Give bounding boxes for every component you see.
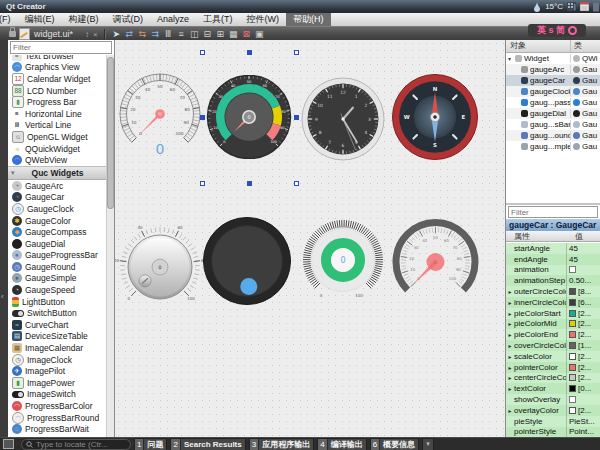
break-layout-icon[interactable]: ⊠ xyxy=(240,28,253,41)
inspector-row-gaugedial[interactable]: gaugeDialGau xyxy=(506,108,600,119)
sidebar-item-imagecalendar[interactable]: ▦ImageCalendar xyxy=(8,342,107,354)
object-column-header[interactable]: 对象 xyxy=(506,40,571,52)
property-value-cell[interactable]: [8... xyxy=(566,286,600,297)
property-row-pointercolor[interactable]: ▸pointerColor[2... xyxy=(506,362,600,373)
clipped-tray-icon[interactable] xyxy=(593,2,599,12)
property-value-cell[interactable]: [0... xyxy=(566,383,600,394)
sidebar-item-calendar-widget[interactable]: 12Calendar Widget xyxy=(8,73,107,85)
gauge-simple-widget[interactable]: 01020304050607080901000 xyxy=(390,217,482,307)
edit-widgets-icon[interactable]: ➤ xyxy=(110,28,123,41)
sidebar-item-switchbutton[interactable]: SwitchButton xyxy=(8,307,107,319)
property-value-cell[interactable] xyxy=(566,394,600,405)
temperature-indicator[interactable]: 15°C xyxy=(545,0,563,13)
property-expander-icon[interactable]: ▸ xyxy=(506,288,514,295)
property-row-piestyle[interactable]: pieStylePieSt... xyxy=(506,416,600,427)
gauge-progressbar-widget[interactable]: 00100 xyxy=(299,217,387,305)
selection-handle[interactable] xyxy=(200,115,205,120)
inspector-row-gaug-mple[interactable]: gaug...mpleGau xyxy=(506,141,600,152)
sidebar-item-progress-bar[interactable]: ▮Progress Bar xyxy=(8,96,107,108)
ink-drop-icon[interactable] xyxy=(533,2,541,12)
sidebar-item-qwebview[interactable]: ◠QWebView xyxy=(8,154,107,166)
checkbox[interactable] xyxy=(569,396,576,403)
property-value-cell[interactable]: [2... xyxy=(566,308,600,319)
property-row-piecolorstart[interactable]: ▸pieColorStart[2... xyxy=(506,308,600,319)
sidebar-item-gaugecompass[interactable]: ◆GaugeCompass xyxy=(8,226,107,238)
property-row-piecolormid[interactable]: ▸pieColorMid[2... xyxy=(506,319,600,330)
checkbox[interactable] xyxy=(569,266,576,273)
property-row-covercirclecolor[interactable]: ▸coverCircleColor[1... xyxy=(506,340,600,351)
sidebar-item-progressbarcolor[interactable]: ◠ProgressBarColor xyxy=(8,400,107,412)
sidebar-scrollbar[interactable] xyxy=(106,55,114,437)
scrollbar-thumb[interactable] xyxy=(107,57,114,209)
property-filter-input[interactable] xyxy=(508,206,598,218)
sidebar-item-imageclock[interactable]: ◷ImageClock xyxy=(8,354,107,366)
property-row-overlaycolor[interactable]: ▸overlayColor[2... xyxy=(506,405,600,416)
sidebar-item-opengl-widget[interactable]: ⧅OpenGL Widget xyxy=(8,131,107,143)
sidebar-item-qquickwidget[interactable]: ◃QQuickWidget xyxy=(8,143,107,155)
property-row-outercirclecolor[interactable]: ▸outerCircleColor[8... xyxy=(506,286,600,297)
property-expander-icon[interactable]: ▸ xyxy=(506,320,514,327)
property-expander-icon[interactable]: ▸ xyxy=(506,310,514,317)
property-expander-icon[interactable]: ▸ xyxy=(506,299,514,306)
sidebar-item-vertical-line[interactable]: ⅢVertical Line xyxy=(8,120,107,132)
output-pane-popup-button[interactable]: ▾ xyxy=(422,438,434,450)
sidebar-item-gaugespeed[interactable]: ◔GaugeSpeed xyxy=(8,284,107,296)
property-value-cell[interactable]: 0.50... xyxy=(566,275,600,286)
property-value-cell[interactable]: 45 xyxy=(566,254,600,265)
grid-layout-icon[interactable]: ▦ xyxy=(227,28,240,41)
property-value-cell[interactable]: 45 xyxy=(566,243,600,254)
form-layout-icon[interactable]: ⊞ xyxy=(214,28,227,41)
input-method-badge[interactable]: 英 s 简 xyxy=(528,24,586,37)
splitter-horizontal-icon[interactable]: ◫ xyxy=(188,28,201,41)
inspector-row-gaug-ound[interactable]: gaug...oundGau xyxy=(506,130,600,141)
layout-horizontal-icon[interactable]: Ⅲ xyxy=(162,28,175,41)
inspector-row-gaugearc[interactable]: gaugeArcGau xyxy=(506,64,600,75)
sidebar-collapse-arrow[interactable]: ‹ xyxy=(1,292,4,301)
property-row-textcolor[interactable]: ▸textColor[0... xyxy=(506,383,600,394)
property-value-cell[interactable]: [2... xyxy=(566,351,600,362)
close-document-icon[interactable]: × xyxy=(93,30,98,39)
document-switch-icon[interactable]: ↕ xyxy=(85,30,89,39)
sidebar-item-gaugedial[interactable]: GaugeDial xyxy=(8,238,107,250)
tree-expander-icon[interactable]: ▾ xyxy=(506,55,513,62)
window-mode-icon[interactable] xyxy=(3,439,14,449)
edit-signals-slots-icon[interactable]: ⇄ xyxy=(123,28,136,41)
menu-item--w-[interactable]: 控件(W) xyxy=(240,13,287,26)
sidebar-item-imageswitch[interactable]: ImageSwitch xyxy=(8,389,107,401)
widget-section-quc-widgets[interactable]: ▾Quc Widgets xyxy=(8,166,107,180)
property-row-piecolorend[interactable]: ▸pieColorEnd[2... xyxy=(506,329,600,340)
property-name-column-header[interactable]: 属性 xyxy=(506,231,573,241)
output-pane-button-1[interactable]: 1问题 xyxy=(134,438,167,450)
gauge-round-widget[interactable] xyxy=(202,216,292,306)
sidebar-item-curvechart[interactable]: ≈CurveChart xyxy=(8,319,107,331)
class-column-header[interactable]: 类 xyxy=(571,40,582,52)
menu-item--b-[interactable]: 构建(B) xyxy=(62,13,106,26)
document-tab[interactable]: widget.ui* xyxy=(34,29,73,39)
property-expander-icon[interactable]: ▸ xyxy=(506,385,514,392)
adjust-size-icon[interactable]: ▣ xyxy=(253,28,266,41)
selection-handle[interactable] xyxy=(247,181,252,186)
property-value-cell[interactable] xyxy=(566,265,600,276)
property-row-pointerstyle[interactable]: pointerStylePoint... xyxy=(506,427,600,437)
menu-item--d-[interactable]: 调试(D) xyxy=(106,13,151,26)
sidebar-item-gaugecar[interactable]: ◔GaugeCar xyxy=(8,192,107,204)
property-value-column-header[interactable]: 值 xyxy=(573,231,583,241)
property-expander-icon[interactable]: ▸ xyxy=(506,353,514,360)
selection-handle[interactable] xyxy=(294,181,299,186)
property-value-cell[interactable]: Point... xyxy=(566,427,600,437)
sidebar-item-graphics-view[interactable]: ◠Graphics View xyxy=(8,62,107,74)
property-expander-icon[interactable]: ▸ xyxy=(506,331,514,338)
property-value-cell[interactable]: [2... xyxy=(566,329,600,340)
gauge-clock-widget[interactable]: 123456789101112 xyxy=(301,77,385,161)
widget-filter-input[interactable] xyxy=(10,41,112,54)
output-pane-button-4[interactable]: 4编译输出 xyxy=(317,438,366,450)
property-value-cell[interactable]: [6... xyxy=(566,297,600,308)
building-icon[interactable] xyxy=(567,2,576,11)
property-value-cell[interactable]: [2... xyxy=(566,319,600,330)
property-expander-icon[interactable]: ▸ xyxy=(506,374,514,381)
property-value-cell[interactable]: [2... xyxy=(566,373,600,384)
sidebar-item-gaugeround[interactable]: ◷GaugeRound xyxy=(8,261,107,273)
inspector-row-gaugeclock[interactable]: gaugeClockGau xyxy=(506,86,600,97)
sidebar-item-gaugeprogressbar[interactable]: ●GaugeProgressBar xyxy=(8,250,107,262)
property-row-startangle[interactable]: startAngle45 xyxy=(506,243,600,254)
